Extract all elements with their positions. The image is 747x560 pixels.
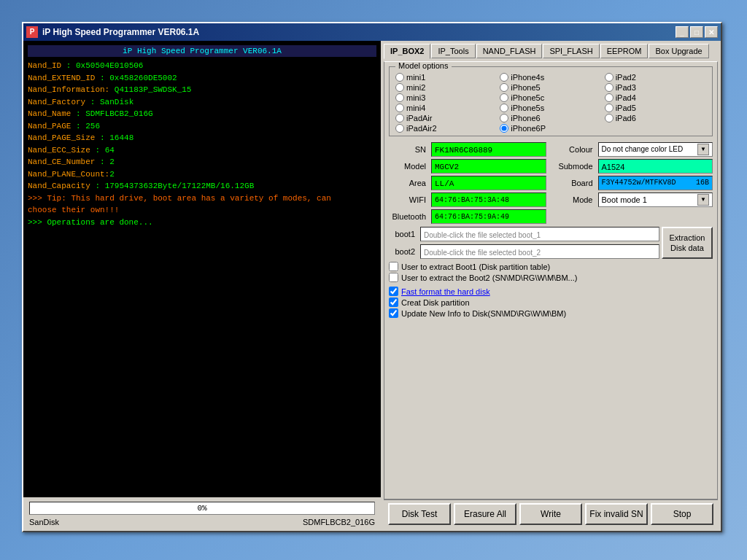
terminal-line-ce-number: Nand_CE_Number : 2: [28, 156, 376, 168]
mode-dropdown-arrow[interactable]: ▼: [697, 194, 709, 206]
boot2-placeholder: Double-click the file selected boot_2: [424, 249, 541, 257]
terminal-line-factory: Nand_Factory : SanDisk: [28, 96, 376, 109]
progress-text: 0%: [197, 504, 206, 513]
terminal-panel: iP High Speed Programmer VER06.1A Nand_I…: [23, 41, 381, 497]
tab-ip-box2[interactable]: IP_BOX2: [384, 44, 430, 59]
status-right: SDMFLBCB2_016G: [303, 518, 375, 526]
checkbox-fast-format[interactable]: Fast format the hard disk: [389, 287, 713, 296]
checkbox-extract-boot2[interactable]: User to extract the Boot2 (SN\MD\RG\W\M\…: [389, 273, 713, 282]
colour-value: Do not change color LED: [602, 143, 684, 156]
status-left: SanDisk: [29, 518, 59, 526]
model-grid: mini1 iPhone4s iPad2 mini2 iPhone5 iPad3…: [395, 70, 706, 133]
radio-iphone5s[interactable]: iPhone5s: [500, 104, 601, 112]
checkbox-creat-partition[interactable]: Creat Disk partition: [389, 298, 713, 307]
radio-mini1[interactable]: mini1: [395, 73, 497, 82]
tab-box-upgrade[interactable]: Box Upgrade: [649, 44, 708, 58]
colour-dropdown-arrow[interactable]: ▼: [697, 144, 709, 155]
board-label: Board: [549, 179, 596, 187]
tab-ip-tools[interactable]: IP_Tools: [431, 44, 475, 58]
radio-mini2[interactable]: mini2: [395, 83, 497, 92]
radio-ipad3[interactable]: iPad3: [605, 83, 706, 92]
bluetooth-value: 64:76:BA:75:9A:49: [431, 209, 546, 224]
wifi-value: 64:76:BA:75:3A:48: [431, 192, 546, 207]
window-controls: _ □ ✕: [676, 26, 718, 38]
colour-dropdown[interactable]: Do not change color LED ▼: [598, 142, 713, 157]
submode-label: Submode: [549, 162, 596, 171]
content-area: iP High Speed Programmer VER06.1A Nand_I…: [23, 41, 721, 531]
boot2-input[interactable]: Double-click the file selected boot_2: [420, 244, 659, 259]
terminal-line-nand-id: Nand_ID : 0x50504E010506: [28, 60, 376, 72]
boot-files-section: boot1 Double-click the file selected boo…: [389, 227, 713, 259]
checkbox-extract-boot1[interactable]: User to extract Boot1 (Disk partition ta…: [389, 262, 713, 271]
wifi-label: WIFI: [389, 195, 429, 204]
main-window: P iP High Speed Programmer VER06.1A _ □ …: [22, 22, 722, 532]
checkbox-extract-boot1-input[interactable]: [389, 262, 398, 271]
sn-label: SN: [389, 145, 429, 154]
radio-ipad2[interactable]: iPad2: [605, 73, 706, 82]
boot2-label: boot2: [389, 247, 418, 256]
checkbox-update-new-info[interactable]: Update New Info to Disk(SN\MD\RG\W\M\BM): [389, 308, 713, 318]
bluetooth-label: Bluetooth: [389, 212, 429, 221]
checkbox-creat-partition-input[interactable]: [389, 298, 398, 307]
erasure-all-button[interactable]: Erasure All: [454, 503, 516, 525]
close-button[interactable]: ✕: [705, 26, 718, 38]
tab-eeprom[interactable]: EEPROM: [600, 44, 649, 58]
extraction-button[interactable]: Extraction Disk data: [662, 227, 713, 259]
stop-button[interactable]: Stop: [651, 503, 713, 525]
right-panel: IP_BOX2 IP_Tools NAND_FLASH SPI_FLASH EE…: [381, 41, 721, 531]
checkbox-extract-boot2-input[interactable]: [389, 273, 398, 282]
radio-iphone5[interactable]: iPhone5: [500, 83, 601, 92]
maximize-button[interactable]: □: [690, 26, 703, 38]
minimize-button[interactable]: _: [676, 26, 689, 38]
radio-iphone4s[interactable]: iPhone4s: [500, 73, 601, 82]
tab-nand-flash[interactable]: NAND_FLASH: [476, 44, 543, 58]
tabs-row: IP_BOX2 IP_Tools NAND_FLASH SPI_FLASH EE…: [384, 44, 718, 58]
terminal-line-information: Nand_Information: Q41183P_SWDSK_15: [28, 84, 376, 96]
terminal-line-page-size: Nand_PAGE_Size : 16448: [28, 132, 376, 144]
radio-ipad5[interactable]: iPad5: [605, 104, 706, 112]
tab-spi-flash[interactable]: SPI_FLASH: [543, 44, 599, 58]
terminal-tip-2: choose their own!!!: [28, 204, 376, 217]
title-bar: P iP High Speed Programmer VER06.1A _ □ …: [23, 23, 721, 41]
radio-ipadair2[interactable]: iPadAir2: [395, 124, 497, 133]
fix-invalid-sn-button[interactable]: Fix invalid SN: [585, 503, 648, 525]
checkbox-update-new-info-label: Update New Info to Disk(SN\MD\RG\W\M\BM): [401, 309, 566, 318]
mode-dropdown[interactable]: Boot mode 1 ▼: [598, 192, 713, 207]
model-options-group: Model options mini1 iPhone4s iPad2 mini2…: [389, 66, 713, 136]
radio-ipadair[interactable]: iPadAir: [395, 114, 497, 122]
progress-section: 0% SanDisk SDMFLBCB2_016G: [23, 497, 381, 531]
radio-iphone6p[interactable]: iPhone6P: [500, 124, 601, 133]
terminal-tip-1: >>> Tip: This hard drive, boot area has …: [28, 192, 376, 205]
tab-content-ip-box2: Model options mini1 iPhone4s iPad2 mini2…: [384, 61, 718, 499]
checkbox-extract-boot1-label: User to extract Boot1 (Disk partition ta…: [401, 262, 550, 271]
terminal-line-capacity: Nand_Capacity : 17954373632Byte/17122MB/…: [28, 180, 376, 192]
submode-value: A1524: [598, 159, 713, 174]
terminal-line-page: Nand_PAGE : 256: [28, 120, 376, 133]
checkbox-fast-format-label: Fast format the hard disk: [401, 287, 490, 296]
checkbox-update-new-info-input[interactable]: [389, 308, 398, 318]
right-main: IP_BOX2 IP_Tools NAND_FLASH SPI_FLASH EE…: [384, 44, 718, 528]
radio-ipad4[interactable]: iPad4: [605, 93, 706, 102]
terminal-line-extend-id: Nand_EXTEND_ID : 0x458260DE5002: [28, 72, 376, 85]
area-label: Area: [389, 179, 429, 187]
terminal-line-name: Nand_Name : SDMFLBCB2_016G: [28, 108, 376, 120]
radio-ipad6[interactable]: iPad6: [605, 114, 706, 122]
mode-value: Boot mode 1: [602, 193, 647, 206]
colour-label: Colour: [549, 145, 596, 154]
disk-test-button[interactable]: Disk Test: [388, 503, 451, 525]
checkbox-creat-partition-label: Creat Disk partition: [401, 298, 470, 307]
app-icon: P: [26, 26, 38, 38]
radio-iphone5c[interactable]: iPhone5c: [500, 93, 601, 102]
write-button[interactable]: Write: [519, 503, 582, 525]
radio-mini3[interactable]: mini3: [395, 93, 497, 102]
boot1-input[interactable]: Double-click the file selected boot_1: [420, 227, 659, 241]
terminal-line-plane-count: Nand_PLANE_Count:2: [28, 168, 376, 181]
radio-iphone6[interactable]: iPhone6: [500, 114, 601, 122]
terminal-header: iP High Speed Programmer VER06.1A: [28, 45, 376, 57]
area-value: LL/A: [431, 176, 546, 190]
radio-mini4[interactable]: mini4: [395, 104, 497, 112]
checkbox-fast-format-input[interactable]: [389, 287, 398, 296]
progress-bar-container: 0%: [29, 502, 375, 515]
terminal-ops: >>> Operations are done...: [28, 217, 376, 229]
terminal-line-ecc-size: Nand_ECC_Size : 64: [28, 144, 376, 157]
